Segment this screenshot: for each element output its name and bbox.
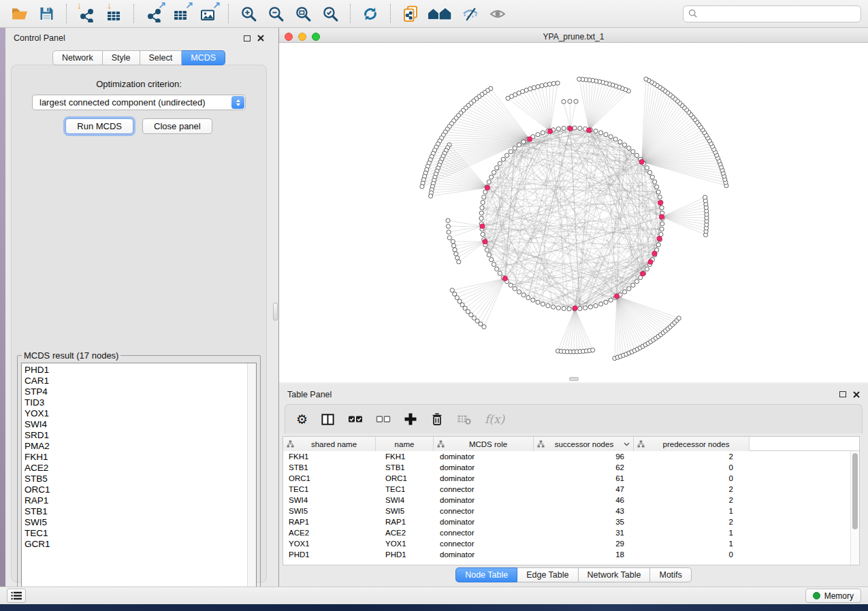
delete-table-button[interactable] <box>457 411 472 427</box>
table-row-ace2[interactable]: ACE2ACE2connector311 <box>283 527 859 538</box>
refresh-view-button[interactable] <box>358 3 383 24</box>
result-list-item[interactable]: STP4 <box>25 386 247 397</box>
table-row-phd1[interactable]: PHD1PHD1dominator180 <box>283 549 859 560</box>
result-list-scrollbar[interactable] <box>247 363 256 603</box>
save-session-button[interactable] <box>34 3 59 24</box>
import-table-button[interactable]: ↓ <box>101 3 126 24</box>
clone-network-button[interactable] <box>398 3 423 24</box>
result-list-item[interactable]: RAP1 <box>25 495 247 506</box>
network-canvas[interactable] <box>279 43 868 382</box>
zoom-in-button[interactable] <box>236 3 261 24</box>
result-list-item[interactable]: FKH1 <box>25 452 247 463</box>
result-list-item[interactable]: TEC1 <box>25 528 247 539</box>
function-builder-button[interactable]: f(x) <box>485 411 504 427</box>
zoom-out-icon <box>268 5 285 22</box>
table-row-tec1[interactable]: TEC1TEC1connector472 <box>283 484 859 495</box>
table-row-orc1[interactable]: ORC1ORC1dominator610 <box>283 473 859 484</box>
tab-node-table[interactable]: Node Table <box>455 567 517 582</box>
column-header-shared-name[interactable]: shared name <box>283 437 376 451</box>
node-table: shared namenameMCDS rolesuccessor nodesp… <box>283 436 860 565</box>
dropdown-stepper-icon <box>231 96 244 109</box>
splitter-handle[interactable] <box>273 303 278 320</box>
result-list-item[interactable]: TID3 <box>25 397 247 408</box>
result-list-item[interactable]: PHD1 <box>25 365 247 376</box>
zoom-out-button[interactable] <box>263 3 288 24</box>
vertical-splitter[interactable] <box>272 28 279 587</box>
add-row-button[interactable] <box>404 411 417 427</box>
column-header-name[interactable]: name <box>376 437 434 451</box>
zoom-selected-button[interactable] <box>318 3 342 24</box>
select-all-button[interactable] <box>348 411 363 427</box>
tab-mcds[interactable]: MCDS <box>182 50 225 65</box>
import-arrow-icon: ↓ <box>77 1 82 10</box>
toolbar-separator <box>390 4 391 23</box>
column-header-predecessor-nodes[interactable]: predecessor nodes <box>634 437 750 451</box>
toolbar-separator <box>350 4 351 23</box>
tab-style[interactable]: Style <box>103 50 140 65</box>
table-row-yox1[interactable]: YOX1YOX1connector291 <box>283 538 859 549</box>
zoom-fit-button[interactable] <box>291 3 315 24</box>
cell-successor-nodes: 62 <box>534 463 634 472</box>
import-network-button[interactable]: ↓ <box>74 3 99 24</box>
tab-motifs[interactable]: Motifs <box>650 567 691 582</box>
memory-button[interactable]: Memory <box>805 589 861 603</box>
run-mcds-button[interactable]: Run MCDS <box>65 118 133 134</box>
result-list-item[interactable]: CAR1 <box>25 376 247 386</box>
cell-name: SWI4 <box>376 496 434 504</box>
search-input[interactable] <box>701 9 856 18</box>
tab-network-table[interactable]: Network Table <box>579 567 651 582</box>
table-row-swi4[interactable]: SWI4SWI4dominator462 <box>283 495 859 506</box>
close-window-icon[interactable] <box>257 35 264 42</box>
task-history-button[interactable] <box>7 589 26 603</box>
table-scrollbar[interactable] <box>850 451 859 565</box>
export-network-button[interactable]: ↗ <box>142 3 166 24</box>
table-scrollbar-thumb[interactable] <box>852 453 858 529</box>
cell-shared-name: PHD1 <box>283 550 376 559</box>
float-window-icon[interactable] <box>244 35 251 42</box>
hide-selected-button[interactable] <box>458 3 483 24</box>
horizontal-splitter-handle[interactable] <box>569 377 579 381</box>
first-neighbors-button[interactable] <box>425 3 455 24</box>
result-list-item[interactable]: ACE2 <box>25 463 247 474</box>
result-list-item[interactable]: YOX1 <box>25 408 247 419</box>
table-row-rap1[interactable]: RAP1RAP1dominator352 <box>283 516 859 527</box>
result-list-item[interactable]: GCR1 <box>25 539 247 550</box>
network-graph[interactable] <box>279 43 868 382</box>
tab-select[interactable]: Select <box>140 50 182 65</box>
column-header-successor-nodes[interactable]: successor nodes <box>534 437 634 451</box>
result-list-item[interactable]: STB1 <box>25 506 247 517</box>
open-file-button[interactable] <box>7 3 31 24</box>
show-columns-button[interactable] <box>321 411 335 427</box>
status-bar: Memory <box>0 587 868 604</box>
memory-status-icon <box>813 592 820 599</box>
result-list-item[interactable]: SWI5 <box>25 517 247 528</box>
cell-name: ACE2 <box>376 529 434 537</box>
result-list-item[interactable]: SWI4 <box>25 419 247 430</box>
tab-edge-table[interactable]: Edge Table <box>517 567 578 582</box>
result-list-item[interactable]: PMA2 <box>25 441 247 452</box>
deselect-all-button[interactable] <box>376 411 391 427</box>
result-list-item[interactable]: ORC1 <box>25 484 247 495</box>
cell-shared-name: SWI4 <box>283 496 376 504</box>
export-image-button[interactable]: ↗ <box>196 3 221 24</box>
cell-shared-name: FKH1 <box>283 452 376 461</box>
export-table-button[interactable]: ↗ <box>169 3 193 24</box>
result-list-item[interactable]: STB5 <box>25 474 247 484</box>
float-window-icon[interactable] <box>839 391 846 397</box>
settings-gear-button[interactable]: ⚙ <box>296 411 308 427</box>
table-row-swi5[interactable]: SWI5SWI5connector431 <box>283 506 859 516</box>
toolbar-separator <box>66 4 67 23</box>
delete-row-button[interactable] <box>430 411 444 427</box>
table-row-fkh1[interactable]: FKH1FKH1dominator962 <box>283 451 859 462</box>
tab-network[interactable]: Network <box>52 50 103 65</box>
result-list-item[interactable]: SRD1 <box>25 430 247 441</box>
show-all-button[interactable] <box>485 3 510 24</box>
column-header-mcds-role[interactable]: MCDS role <box>434 437 534 451</box>
table-row-stb1[interactable]: STB1STB1dominator620 <box>283 462 859 473</box>
close-window-icon[interactable] <box>853 391 860 398</box>
close-panel-button[interactable]: Close panel <box>142 118 212 134</box>
optimization-criterion-dropdown[interactable]: largest connected component (undirected) <box>32 95 246 110</box>
network-window-titlebar[interactable]: YPA_prune.txt_1 <box>279 31 868 43</box>
cell-mcds-role: connector <box>434 507 534 515</box>
cell-successor-nodes: 35 <box>534 518 634 526</box>
